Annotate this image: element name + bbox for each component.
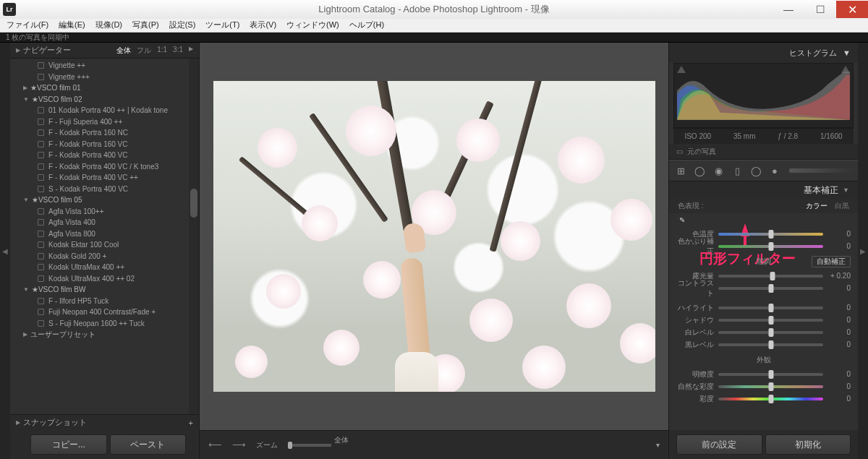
preset-item[interactable]: Agfa Vista 400 bbox=[10, 217, 189, 228]
right-panel: ヒストグラム ▼ ISO 200 35 mm ƒ / 2.8 1/1600 ▭元… bbox=[668, 43, 858, 459]
copy-button[interactable]: コピー... bbox=[30, 434, 107, 455]
preset-item[interactable]: S - Kodak Portra 400 VC bbox=[10, 184, 189, 195]
treatment-color[interactable]: カラー bbox=[806, 201, 827, 211]
slider-vibrance[interactable]: 自然な彩度0 bbox=[676, 380, 851, 392]
wb-eyedropper-icon[interactable]: ✎ bbox=[676, 214, 688, 226]
preset-item[interactable]: Kodak UltraMax 400 ++ bbox=[10, 262, 189, 273]
basic-panel-header[interactable]: 基本補正▼ bbox=[669, 181, 858, 199]
slider-saturation[interactable]: 彩度0 bbox=[676, 392, 851, 405]
preset-item[interactable]: Kodak UltraMax 400 ++ 02 bbox=[10, 273, 189, 285]
preset-item[interactable]: 01 Kodak Portra 400 ++ | Kodak tone bbox=[10, 105, 189, 116]
tool-slider[interactable] bbox=[789, 168, 854, 173]
preset-item[interactable]: Vignette +++ bbox=[10, 72, 189, 83]
menu-item[interactable]: 編集(E) bbox=[54, 19, 90, 32]
menu-item[interactable]: ウィンドウ(W) bbox=[281, 19, 344, 32]
snapshot-header[interactable]: ▶スナップショット + bbox=[10, 414, 199, 430]
gradient-tool-icon[interactable]: ▯ bbox=[730, 163, 744, 178]
slider-highlights[interactable]: ハイライト0 bbox=[676, 301, 851, 314]
paste-button[interactable]: ペースト bbox=[110, 434, 187, 455]
navigator-zoom-option[interactable]: 全体 bbox=[116, 46, 131, 56]
menu-item[interactable]: 表示(V) bbox=[244, 19, 281, 32]
preset-scrollbar[interactable] bbox=[189, 59, 199, 414]
original-photo-row[interactable]: ▭元の写真 bbox=[669, 144, 858, 160]
treatment-row: 色表現 : カラー 白黒 bbox=[669, 199, 858, 213]
left-panel-collapse[interactable]: ◀ bbox=[0, 43, 10, 459]
preset-item[interactable]: F - Kodak Portra 160 NC bbox=[10, 127, 189, 139]
preset-item[interactable]: Agfa Vista 800 bbox=[10, 228, 189, 240]
menu-bar: ファイル(F)編集(E)現像(D)写真(P)設定(S)ツール(T)表示(V)ウィ… bbox=[0, 19, 868, 33]
histogram-header[interactable]: ヒストグラム ▼ bbox=[669, 43, 858, 63]
sync-status-bar: 1 枚の写真を同期中 bbox=[0, 33, 868, 43]
preset-item[interactable]: Kodak Ektar 100 Cool bbox=[10, 239, 189, 251]
zoom-slider[interactable] bbox=[288, 444, 331, 447]
treatment-bw[interactable]: 白黒 bbox=[835, 201, 849, 211]
preset-item[interactable]: Agfa Vista 100++ bbox=[10, 206, 189, 218]
preview-image[interactable] bbox=[213, 81, 655, 392]
window-title: Lightroom Catalog - Adobe Photoshop Ligh… bbox=[318, 3, 549, 16]
histogram[interactable] bbox=[673, 63, 854, 128]
preset-item[interactable]: Vignette ++ bbox=[10, 60, 189, 72]
menu-item[interactable]: ファイル(F) bbox=[1, 19, 54, 32]
tool-strip: ⊞ ◯ ◉ ▯ ◯ ● bbox=[669, 160, 858, 181]
close-button[interactable]: ✕ bbox=[836, 1, 868, 18]
navigator-zoom-option[interactable]: 1:1 bbox=[157, 46, 167, 56]
auto-tone-button[interactable]: 自動補正 bbox=[812, 256, 851, 267]
next-photo-button[interactable]: ⟶ bbox=[232, 439, 246, 450]
preset-item[interactable]: F - Kodak Portra 400 VC / K tone3 bbox=[10, 161, 189, 173]
right-panel-collapse[interactable]: ▶ bbox=[858, 43, 868, 459]
redeye-tool-icon[interactable]: ◉ bbox=[711, 163, 726, 178]
slider-blacks[interactable]: 黒レベル0 bbox=[676, 338, 851, 351]
left-panel: ▶ ナビゲーター 全体フル1:13:1▶ Vignette ++Vignette… bbox=[10, 43, 200, 459]
minimize-button[interactable]: — bbox=[773, 1, 804, 18]
crop-tool-icon[interactable]: ⊞ bbox=[673, 163, 688, 178]
preset-item[interactable]: F - Fuji Superia 400 ++ bbox=[10, 116, 189, 128]
title-bar: Lr Lightroom Catalog - Adobe Photoshop L… bbox=[0, 0, 868, 19]
spot-tool-icon[interactable]: ◯ bbox=[692, 163, 707, 178]
exif-strip: ISO 200 35 mm ƒ / 2.8 1/1600 bbox=[673, 128, 854, 144]
slider-contrast[interactable]: コントラスト0 bbox=[676, 282, 851, 294]
brush-tool-icon[interactable]: ● bbox=[767, 163, 782, 178]
preset-tree: Vignette ++Vignette +++▶★VSCO film 01▼★V… bbox=[10, 59, 189, 414]
slider-whites[interactable]: 白レベル0 bbox=[676, 326, 851, 338]
menu-item[interactable]: ツール(T) bbox=[200, 19, 244, 32]
navigator-zoom-option[interactable]: 3:1 bbox=[173, 46, 183, 56]
preset-item[interactable]: F - Kodak Portra 400 VC bbox=[10, 150, 189, 161]
previous-settings-button[interactable]: 前の設定 bbox=[676, 434, 762, 455]
center-panel: ⟵ ⟶ ズーム 全体 ▾ bbox=[200, 43, 668, 459]
radial-filter-icon[interactable]: ◯ bbox=[749, 163, 763, 178]
soft-proof-toggle[interactable]: ▾ bbox=[656, 441, 660, 449]
preset-folder[interactable]: ▼★VSCO film 05 bbox=[10, 194, 189, 206]
reset-button[interactable]: 初期化 bbox=[765, 434, 851, 455]
preset-folder[interactable]: ▶ユーザープリセット bbox=[10, 329, 189, 340]
menu-item[interactable]: 写真(P) bbox=[127, 19, 164, 32]
slider-clarity[interactable]: 明瞭度0 bbox=[676, 368, 851, 380]
preset-folder[interactable]: ▼★VSCO film 02 bbox=[10, 94, 189, 106]
preset-item[interactable]: Kodak Gold 200 + bbox=[10, 251, 189, 262]
menu-item[interactable]: 設定(S) bbox=[164, 19, 201, 32]
navigator-title: ナビゲーター bbox=[23, 45, 71, 56]
preset-item[interactable]: F - Kodak Portra 400 VC ++ bbox=[10, 172, 189, 184]
slider-tint[interactable]: 色かぶり補正0 bbox=[676, 240, 851, 252]
preset-item[interactable]: F - Ilford HP5 Tuck bbox=[10, 296, 189, 307]
slider-shadows[interactable]: シャドウ0 bbox=[676, 314, 851, 326]
toolbar-bottom: ⟵ ⟶ ズーム 全体 ▾ bbox=[200, 430, 668, 459]
preset-item[interactable]: Fuji Neopan 400 Contrast/Fade + bbox=[10, 306, 189, 318]
menu-item[interactable]: 現像(D) bbox=[90, 19, 127, 32]
zoom-label: ズーム bbox=[256, 440, 278, 450]
prev-photo-button[interactable]: ⟵ bbox=[208, 439, 222, 450]
navigator-header[interactable]: ▶ ナビゲーター 全体フル1:13:1▶ bbox=[10, 43, 199, 59]
navigator-zoom-option[interactable]: フル bbox=[137, 46, 151, 56]
preset-folder[interactable]: ▶★VSCO film 01 bbox=[10, 82, 189, 94]
preset-item[interactable]: S - Fuji Neopan 1600 ++ Tuck bbox=[10, 318, 189, 330]
menu-item[interactable]: ヘルプ(H) bbox=[344, 19, 389, 32]
preset-folder[interactable]: ▼★VSCO film BW bbox=[10, 284, 189, 296]
preset-item[interactable]: F - Kodak Portra 160 VC bbox=[10, 139, 189, 150]
app-icon: Lr bbox=[3, 3, 16, 16]
maximize-button[interactable]: ☐ bbox=[804, 1, 836, 18]
zoom-value: 全体 bbox=[334, 435, 349, 445]
